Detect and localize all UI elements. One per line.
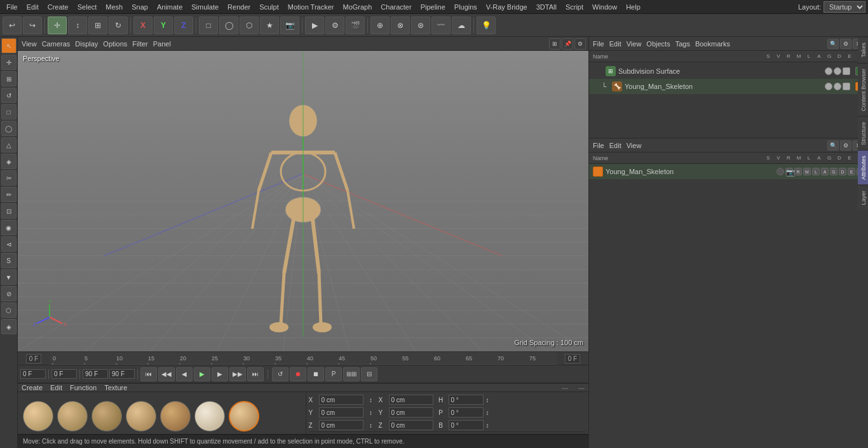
viewport-expand-button[interactable]: ⊞ bbox=[549, 38, 560, 50]
search-button[interactable]: 🔍 bbox=[827, 39, 839, 49]
attrs-edit-menu[interactable]: Edit bbox=[609, 142, 621, 149]
redo-button[interactable]: ↪ bbox=[23, 17, 42, 34]
menu-file[interactable]: File bbox=[3, 2, 22, 12]
materials-function-menu[interactable]: Function bbox=[70, 384, 97, 391]
tab-takes[interactable]: Takes bbox=[858, 37, 868, 63]
menu-simulate[interactable]: Simulate bbox=[187, 2, 222, 12]
viewport-settings-button[interactable]: ⚙ bbox=[574, 38, 586, 50]
start-frame-input[interactable] bbox=[20, 369, 46, 379]
undo-button[interactable]: ↩ bbox=[3, 17, 22, 34]
swatch-ball-4[interactable] bbox=[160, 401, 191, 431]
rot-p-input[interactable] bbox=[449, 407, 484, 417]
end-frame-input[interactable] bbox=[83, 369, 108, 379]
attr-dyn-icon[interactable]: D bbox=[839, 168, 846, 175]
menu-mesh[interactable]: Mesh bbox=[102, 2, 126, 12]
schematic-view-button[interactable]: ⊟ bbox=[361, 367, 377, 381]
go-to-end-button[interactable]: ⏭ bbox=[247, 367, 264, 381]
attrs-settings-button[interactable]: ⚙ bbox=[840, 140, 851, 151]
x-axis-button[interactable]: X bbox=[133, 17, 153, 34]
menu-3dtall[interactable]: 3DTAll bbox=[532, 2, 560, 12]
viewport-canvas[interactable]: Perspective Grid Spacing : 100 cm X Y Z bbox=[18, 51, 588, 351]
item-render-dot-0[interactable] bbox=[834, 67, 841, 75]
size-z-input[interactable] bbox=[389, 420, 433, 430]
attrs-view-menu[interactable]: View bbox=[627, 142, 642, 149]
viewport-filter-menu[interactable]: Filter bbox=[132, 40, 147, 48]
light-icon-button[interactable]: 💡 bbox=[477, 17, 496, 34]
object-item-0[interactable]: ⊞ Subdivision Surface ✓ bbox=[589, 64, 868, 79]
sky-button[interactable]: ☁ bbox=[452, 17, 471, 34]
menu-plugins[interactable]: Plugins bbox=[451, 2, 481, 12]
rot-b-input[interactable] bbox=[449, 420, 484, 430]
attr-render-icon[interactable]: R bbox=[794, 168, 802, 175]
material-swatch-5[interactable]: VR_Teet bbox=[194, 401, 225, 439]
attr-lock-icon[interactable]: L bbox=[812, 168, 820, 175]
attr-env-icon[interactable]: E bbox=[848, 168, 855, 175]
cylinder-button[interactable]: ⬡ bbox=[240, 17, 259, 34]
menu-vray[interactable]: V-Ray Bridge bbox=[482, 2, 531, 12]
layout-dropdown[interactable]: Startup bbox=[824, 1, 865, 13]
tool-14[interactable]: S bbox=[1, 253, 17, 268]
menu-character[interactable]: Character bbox=[377, 2, 415, 12]
menu-pipeline[interactable]: Pipeline bbox=[417, 2, 449, 12]
tool-rotate[interactable]: ↺ bbox=[1, 88, 17, 103]
tab-attributes[interactable]: Attributes bbox=[858, 150, 868, 185]
go-to-start-button[interactable]: ⏮ bbox=[140, 367, 157, 381]
auto-keyframe-button[interactable]: P bbox=[325, 367, 342, 381]
tool-17[interactable]: ⬡ bbox=[1, 302, 17, 318]
render-view-button[interactable]: ▶ bbox=[305, 17, 324, 34]
swatch-ball-2[interactable] bbox=[92, 401, 122, 431]
material-swatch-6[interactable]: VR_Tors bbox=[229, 401, 259, 439]
menu-mograph[interactable]: MoGraph bbox=[339, 2, 376, 12]
prev-key-button[interactable]: ◀ bbox=[176, 367, 193, 381]
attr-camera-icon[interactable]: 📷 bbox=[785, 168, 793, 175]
hair-button[interactable]: 〰 bbox=[431, 17, 451, 34]
tab-layer[interactable]: Layer bbox=[858, 185, 868, 210]
objects-tags-menu[interactable]: Tags bbox=[675, 40, 690, 48]
materials-texture-menu[interactable]: Texture bbox=[104, 384, 127, 391]
tool-9[interactable]: ✂ bbox=[1, 170, 17, 186]
nurbs-button[interactable]: ⊕ bbox=[370, 17, 390, 34]
cube-button[interactable]: □ bbox=[199, 17, 218, 34]
menu-select[interactable]: Select bbox=[74, 2, 101, 12]
material-swatch-4[interactable]: VR_mat bbox=[160, 401, 191, 439]
loop-button[interactable]: ↺ bbox=[272, 367, 288, 381]
material-swatch-1[interactable]: VR_Arm bbox=[57, 401, 88, 439]
swatch-ball-6[interactable] bbox=[229, 401, 259, 431]
size-y-input[interactable] bbox=[389, 407, 433, 417]
timeline-track[interactable]: 0 5 10 15 20 25 30 35 40 45 50 55 60 65 bbox=[50, 352, 557, 365]
materials-create-menu[interactable]: Create bbox=[22, 384, 43, 391]
end-frame-input2[interactable] bbox=[109, 369, 135, 379]
attr-vis-icon[interactable] bbox=[776, 168, 784, 175]
y-axis-button[interactable]: Y bbox=[154, 17, 173, 34]
menu-script[interactable]: Script bbox=[562, 2, 587, 12]
attrs-file-menu[interactable]: File bbox=[593, 142, 604, 149]
next-frame-button[interactable]: ▶▶ bbox=[229, 367, 246, 381]
select-mode-button[interactable]: ✛ bbox=[48, 17, 67, 34]
rotate-mode-button[interactable]: ↻ bbox=[109, 17, 128, 34]
objects-file-menu[interactable]: File bbox=[593, 40, 604, 48]
tool-6[interactable]: ◯ bbox=[1, 121, 17, 136]
tool-7[interactable]: △ bbox=[1, 137, 17, 153]
material-swatch-3[interactable]: VR_mat bbox=[126, 401, 156, 439]
record-button[interactable]: ⏺ bbox=[290, 367, 306, 381]
swatch-ball-3[interactable] bbox=[126, 401, 156, 431]
sphere-button[interactable]: ◯ bbox=[219, 17, 238, 34]
tool-8[interactable]: ◈ bbox=[1, 154, 17, 169]
panel-settings-button[interactable]: ⚙ bbox=[840, 39, 851, 49]
tool-12[interactable]: ◉ bbox=[1, 220, 17, 235]
tool-18[interactable]: ◈ bbox=[1, 319, 17, 334]
attr-group-icon[interactable]: G bbox=[830, 168, 837, 175]
item-lock-1[interactable] bbox=[843, 83, 850, 90]
menu-edit[interactable]: Edit bbox=[23, 2, 43, 12]
tab-structure[interactable]: Structure bbox=[858, 116, 868, 151]
prev-frame-button[interactable]: ◀◀ bbox=[158, 367, 175, 381]
menu-motion-tracker[interactable]: Motion Tracker bbox=[284, 2, 338, 12]
item-vis-dot-1[interactable] bbox=[825, 83, 832, 90]
attr-item-row[interactable]: Young_Man_Skeleton 📷 R M L A G D E ✕ bbox=[589, 164, 868, 179]
attr-morph-icon[interactable]: M bbox=[803, 168, 811, 175]
next-key-button[interactable]: ▶ bbox=[212, 367, 228, 381]
objects-view-menu[interactable]: View bbox=[627, 40, 642, 48]
tool-10[interactable]: ✏ bbox=[1, 187, 17, 202]
viewport-cameras-menu[interactable]: Cameras bbox=[42, 40, 71, 48]
pos-x-input[interactable] bbox=[319, 395, 363, 405]
